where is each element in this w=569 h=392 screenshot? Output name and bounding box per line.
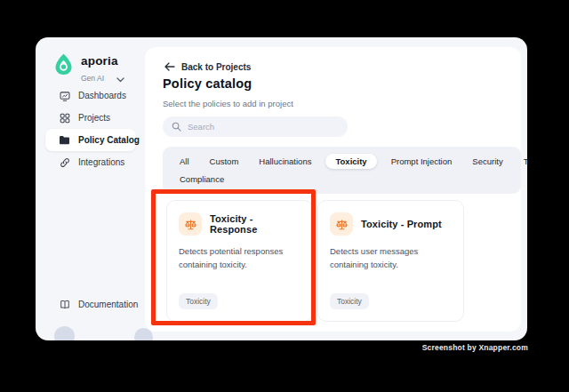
tab-test[interactable]: Test: [517, 154, 527, 169]
policy-card-tag: Toxicity: [179, 293, 218, 309]
grid-icon: [59, 113, 70, 124]
page-title: Policy catalog: [163, 76, 252, 91]
back-to-projects-link[interactable]: Back to Projects: [164, 59, 251, 75]
tab-all[interactable]: All: [173, 154, 196, 169]
policy-card-toxicity-response[interactable]: Toxicity - Response Detects potential re…: [166, 200, 313, 322]
scale-icon: [330, 212, 353, 236]
sidebar-item-dashboards[interactable]: Dashboards: [45, 84, 136, 107]
sidebar-item-policy-catalog[interactable]: Policy Catalog: [45, 129, 136, 151]
workspace-name: Gen AI: [81, 74, 104, 83]
main-panel: Back to Projects Policy catalog Select t…: [145, 47, 521, 332]
book-icon: [59, 300, 70, 309]
tab-toxicity[interactable]: Toxicity: [325, 154, 376, 169]
filter-tabs: All Custom Hallucinations Toxicity Promp…: [163, 147, 521, 194]
watermark: Screenshot by Xnapper.com: [422, 343, 528, 352]
sidebar-item-label: Policy Catalog: [78, 135, 140, 145]
page-subtitle: Select the policies to add in project: [163, 99, 293, 108]
search-icon: [172, 119, 181, 135]
sidebar-item-integrations[interactable]: Integrations: [45, 151, 136, 173]
tab-hallucinations[interactable]: Hallucinations: [252, 154, 317, 169]
tab-security[interactable]: Security: [466, 154, 509, 169]
policy-card-description: Detects potential responses containing t…: [179, 245, 301, 271]
app-window: aporia Gen AI Dashboards: [36, 37, 527, 340]
policy-card-toxicity-prompt[interactable]: Toxicity - Prompt Detects user messages …: [317, 200, 464, 322]
filter-tabs-row-1: All Custom Hallucinations Toxicity Promp…: [173, 152, 510, 170]
policy-card-tag: Toxicity: [330, 293, 369, 309]
policy-card-title: Toxicity - Prompt: [361, 219, 442, 229]
policy-card-description: Detects user messages containing toxicit…: [330, 245, 452, 271]
arrow-left-icon: [164, 59, 175, 75]
policy-card-title: Toxicity - Response: [210, 213, 301, 235]
policy-cards: Toxicity - Response Detects potential re…: [166, 200, 464, 322]
aporia-droplet-icon: [52, 52, 75, 79]
sidebar-item-label: Dashboards: [78, 91, 126, 100]
filter-tabs-row-2: Compliance: [173, 170, 510, 188]
sidebar-nav: Dashboards Projects Policy Catalog Integ…: [45, 84, 136, 173]
tab-compliance[interactable]: Compliance: [173, 172, 230, 187]
search-box[interactable]: [163, 116, 348, 137]
sidebar-item-projects[interactable]: Projects: [45, 107, 136, 129]
sidebar-item-label: Projects: [78, 113, 110, 123]
sidebar: aporia Gen AI Dashboards: [36, 37, 145, 340]
scale-icon: [179, 212, 202, 236]
search-input[interactable]: [188, 122, 330, 132]
sidebar-item-label: Documentation: [78, 300, 138, 309]
link-icon: [59, 157, 70, 168]
workspace-switcher[interactable]: aporia Gen AI: [52, 52, 124, 86]
sidebar-item-label: Integrations: [78, 157, 124, 167]
sidebar-footer: Documentation: [45, 293, 136, 316]
back-link-label: Back to Projects: [181, 62, 251, 72]
sidebar-item-documentation[interactable]: Documentation: [45, 293, 136, 316]
tab-prompt-injection[interactable]: Prompt Injection: [385, 154, 459, 169]
brand-name: aporia: [81, 54, 118, 68]
dashboard-icon: [59, 91, 70, 101]
folder-icon: [59, 135, 70, 145]
tab-custom[interactable]: Custom: [204, 154, 245, 169]
